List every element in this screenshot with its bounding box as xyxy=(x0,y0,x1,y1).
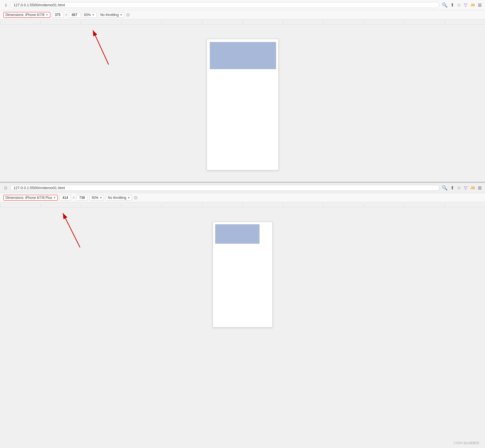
ruler-tick xyxy=(283,204,323,207)
browser-icons-1: 🔍 ⬆ ☆ ▽ JB ⊞ xyxy=(442,2,482,8)
throttle-label-2: No throttling xyxy=(108,196,126,200)
share-icon-2[interactable]: ⬆ xyxy=(450,185,454,191)
csdn-watermark: CSDN @ps船教程 xyxy=(454,441,479,445)
height-input-2[interactable] xyxy=(76,195,88,201)
annotation-arrow-1 xyxy=(51,25,126,70)
ruler-tick xyxy=(81,21,121,24)
width-input-2[interactable] xyxy=(59,195,71,201)
svg-line-3 xyxy=(63,213,80,247)
puzzle-icon-2[interactable]: ⊞ xyxy=(478,185,482,191)
url-input-2[interactable]: 127.0.0.1:5500/m/demo01.html xyxy=(10,185,440,191)
blue-content-box-2 xyxy=(215,224,260,244)
ruler-tick xyxy=(162,204,202,207)
ruler-tick xyxy=(323,204,364,207)
ruler-tick xyxy=(40,204,81,207)
dimension-select-2[interactable]: Dimensions: iPhone 6/7/8 Plus xyxy=(3,195,58,201)
ruler-tick xyxy=(404,21,444,24)
url-input-1[interactable]: 127.0.0.1:5500/m/demo01.html xyxy=(10,2,440,8)
toolbar-1: Dimensions: iPhone 6/7/8 × 83% No thrott… xyxy=(0,10,485,19)
ruler-2 xyxy=(0,202,485,207)
throttle-label-1: No throttling xyxy=(100,13,119,17)
ruler-tick xyxy=(0,204,40,207)
ruler-tick xyxy=(283,21,323,24)
zoom-label-1: 83% xyxy=(84,13,91,17)
share-icon-1[interactable]: ⬆ xyxy=(450,2,454,8)
viewport-1 xyxy=(0,25,485,182)
favicon-icon-1: ℹ xyxy=(3,3,8,7)
dots-icon-2[interactable]: ⊙ xyxy=(134,195,137,200)
dimension-select-1[interactable]: Dimensions: iPhone 6/7/8 xyxy=(3,12,50,18)
ruler-tick xyxy=(121,21,161,24)
ruler-tick xyxy=(0,21,40,24)
dimension-label-2: Dimensions: iPhone 6/7/8 Plus xyxy=(5,196,52,200)
sep-1: × xyxy=(65,13,67,17)
csdn-text: CSDN @ps船教程 xyxy=(454,441,479,445)
browser-section-1: ℹ 127.0.0.1:5500/m/demo01.html 🔍 ⬆ ☆ ▽ J… xyxy=(0,0,485,182)
ruler-tick xyxy=(162,21,202,24)
width-input-1[interactable] xyxy=(52,12,63,18)
phone-frame-1 xyxy=(207,39,279,170)
toolbar-2: Dimensions: iPhone 6/7/8 Plus × 50% No t… xyxy=(0,193,485,202)
star-icon-1[interactable]: ☆ xyxy=(457,2,461,8)
height-input-1[interactable] xyxy=(69,12,80,18)
ruler-tick xyxy=(445,204,485,207)
search-icon-1[interactable]: 🔍 xyxy=(442,2,448,8)
jb-icon-2[interactable]: JB xyxy=(470,186,475,190)
dimension-label-1: Dimensions: iPhone 6/7/8 xyxy=(5,13,45,17)
viewport-2 xyxy=(0,207,485,350)
blue-content-box-1 xyxy=(210,42,276,69)
browser-icons-2: 🔍 ⬆ ☆ ▽ JB ⊞ xyxy=(442,185,482,191)
funnel-icon-2[interactable]: ▽ xyxy=(464,185,467,191)
star-icon-2[interactable]: ☆ xyxy=(457,185,461,191)
favicon-icon-2: D xyxy=(3,186,8,190)
phone-frame-2 xyxy=(213,222,273,327)
puzzle-icon-1[interactable]: ⊞ xyxy=(478,2,482,8)
throttle-select-2[interactable]: No throttling xyxy=(106,195,132,201)
jb-icon-1[interactable]: JB xyxy=(470,3,475,7)
ruler-tick xyxy=(81,204,121,207)
search-icon-2[interactable]: 🔍 xyxy=(442,185,448,191)
ruler-tick xyxy=(243,204,283,207)
ruler-tick xyxy=(445,21,485,24)
ruler-tick xyxy=(364,204,404,207)
address-bar-2: D 127.0.0.1:5500/m/demo01.html 🔍 ⬆ ☆ ▽ J… xyxy=(0,183,485,193)
sep-2: × xyxy=(73,196,75,200)
ruler-tick xyxy=(243,21,283,24)
ruler-tick xyxy=(40,21,81,24)
ruler-tick xyxy=(404,204,444,207)
svg-line-1 xyxy=(93,30,109,65)
zoom-label-2: 50% xyxy=(91,196,98,200)
ruler-tick xyxy=(364,21,404,24)
browser-section-2: D 127.0.0.1:5500/m/demo01.html 🔍 ⬆ ☆ ▽ J… xyxy=(0,183,485,350)
throttle-select-1[interactable]: No throttling xyxy=(98,12,125,18)
funnel-icon-1[interactable]: ▽ xyxy=(464,2,467,8)
ruler-tick xyxy=(121,204,161,207)
annotation-arrow-2 xyxy=(29,207,103,253)
zoom-select-1[interactable]: 83% xyxy=(82,12,97,18)
ruler-tick xyxy=(323,21,364,24)
ruler-1 xyxy=(0,19,485,25)
url-text-2: 127.0.0.1:5500/m/demo01.html xyxy=(13,186,65,190)
ruler-tick xyxy=(202,204,242,207)
address-bar-1: ℹ 127.0.0.1:5500/m/demo01.html 🔍 ⬆ ☆ ▽ J… xyxy=(0,0,485,10)
zoom-select-2[interactable]: 50% xyxy=(89,195,104,201)
ruler-tick xyxy=(202,21,242,24)
dots-icon-1[interactable]: ⊙ xyxy=(126,12,130,17)
url-text-1: 127.0.0.1:5500/m/demo01.html xyxy=(13,3,65,7)
